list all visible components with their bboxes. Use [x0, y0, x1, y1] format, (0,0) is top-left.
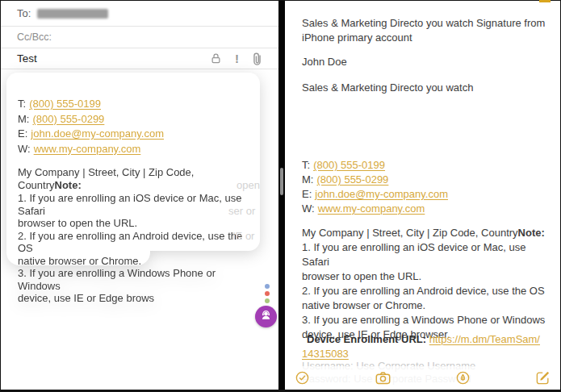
green-dot-icon[interactable]	[265, 298, 270, 303]
signature-website-line: W:www.my-company.com	[18, 142, 253, 157]
top-edge-marker	[539, 0, 551, 2]
phone-link[interactable]: (800) 555-0199	[313, 159, 385, 171]
split-view-divider	[278, 0, 285, 392]
website-link[interactable]: www.my-company.com	[318, 202, 425, 215]
compose-icon[interactable]	[535, 370, 551, 386]
cc-bcc-field[interactable]: Cc/Bcc:	[1, 27, 278, 48]
device-enrollment-block: Device Enrollment URL: https://m.dm/Team…	[302, 332, 546, 361]
checklist-icon[interactable]	[295, 370, 310, 386]
note-line: browser to open the URL.	[18, 217, 253, 230]
floating-menu-dots[interactable]	[265, 284, 271, 306]
note-line: 1. If you are enrolling an iOS device or…	[302, 240, 546, 269]
company-address-line: My Company | Street, City | Zip Code, Co…	[18, 166, 253, 192]
signature-phone-line: T:(800) 555-0199	[302, 158, 546, 173]
email-link[interactable]: john.doe@my-company.com	[315, 188, 448, 200]
note-signature-block: T:(800) 555-0199 M:(800) 555-0299 E:john…	[302, 158, 546, 342]
attachment-icon[interactable]	[252, 52, 262, 65]
note-line: 3. If you are enrolling a Windows Phone …	[302, 313, 546, 327]
notes-panel[interactable]: Sales & Marketing Directo you watch Sign…	[285, 1, 560, 390]
to-field[interactable]: To:	[1, 1, 278, 27]
compose-panel: To: Cc/Bcc: Test !	[1, 1, 278, 390]
note-paragraph: Sales & Marketing Directo you watch	[302, 81, 546, 95]
note-line: 2. If you are enrolling an Android devic…	[18, 230, 253, 255]
enrollment-url-link[interactable]: 14315083	[302, 348, 349, 360]
note-label: Note:	[518, 227, 545, 239]
note-line: 1. If you are enrolling an iOS device or…	[18, 192, 253, 217]
popup-signature-content: T:(800) 555-0199 M:(800) 555-0299 E:john…	[18, 97, 253, 305]
signature-mobile-line: M:(800) 555-0299	[18, 112, 253, 127]
signature-website-line: W:www.my-company.com	[302, 202, 546, 216]
note-line: 2. If you are enrolling an Android devic…	[302, 284, 546, 298]
note-line-truncated: device, use IE or Edge brows	[18, 292, 253, 305]
subject-row-icons: !	[210, 52, 262, 65]
company-address-line: My Company | Street, City | Zip Code, Co…	[302, 226, 546, 240]
note-line: 3. If you are enrolling a Windows Phone …	[18, 267, 253, 292]
website-link[interactable]: www.my-company.com	[34, 143, 141, 155]
note-line: native browser or Chrome.	[18, 255, 253, 268]
phone-link[interactable]: (800) 555-0199	[29, 98, 101, 110]
signature-mobile-line: M:(800) 555-0299	[302, 173, 546, 187]
camera-icon[interactable]	[375, 370, 391, 386]
markup-icon[interactable]	[455, 370, 471, 386]
priority-icon[interactable]: !	[235, 52, 239, 65]
signature-email-line: E:john.doe@my-company.com	[18, 127, 253, 142]
enrollment-url-link[interactable]: https://m.dm/TeamSam/	[429, 333, 540, 345]
notes-bottom-toolbar	[285, 366, 560, 390]
ghost-text-fragment: ser or	[228, 205, 255, 217]
split-view-screen: To: Cc/Bcc: Test !	[0, 0, 561, 392]
blue-dot-icon[interactable]	[265, 284, 270, 289]
note-paragraph: Sales & Marketing Directo you watch Sign…	[302, 16, 546, 45]
cc-bcc-label: Cc/Bcc:	[17, 31, 52, 43]
note-line: native browser or Chrome.	[302, 298, 546, 313]
ghost-text-fragment: IE or	[232, 230, 254, 242]
enrollment-url-label: Device Enrollment URL:	[307, 333, 426, 345]
mobile-link[interactable]: (800) 555-0299	[316, 173, 388, 186]
signature-email-line: E:john.doe@my-company.com	[302, 187, 546, 202]
subject-text: Test	[17, 52, 37, 65]
support-agent-icon	[259, 308, 273, 325]
note-line: browser to open the URL.	[302, 269, 546, 284]
red-dot-icon[interactable]	[265, 291, 270, 296]
to-label: To:	[17, 7, 31, 19]
email-link[interactable]: john.doe@my-company.com	[31, 127, 164, 140]
subject-field[interactable]: Test !	[1, 48, 278, 69]
lock-icon[interactable]	[210, 52, 222, 65]
recipient-redacted	[37, 9, 108, 19]
support-agent-button[interactable]	[255, 306, 277, 327]
ghost-text-fragment: open	[237, 179, 260, 191]
note-label: Note:	[55, 179, 82, 191]
mobile-link[interactable]: (800) 555-0299	[32, 113, 104, 125]
signature-phone-line: T:(800) 555-0199	[18, 97, 253, 112]
sender-name: John Doe	[302, 55, 546, 69]
divider-drag-handle[interactable]	[280, 168, 283, 195]
